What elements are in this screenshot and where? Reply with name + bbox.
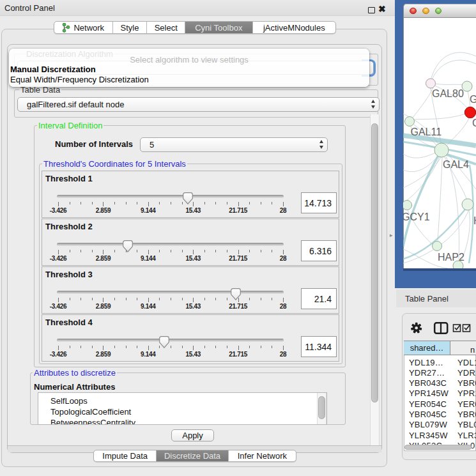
svg-text:GA: GA	[470, 94, 476, 105]
svg-text:H: H	[473, 215, 476, 226]
svg-text:CD: CD	[472, 118, 476, 128]
svg-text:GCY1: GCY1	[403, 211, 430, 222]
svg-text:GAL4: GAL4	[443, 159, 469, 170]
svg-text:HAP2: HAP2	[438, 252, 464, 263]
svg-text:GAL11: GAL11	[411, 127, 442, 137]
svg-text:GAL80: GAL80	[432, 88, 464, 99]
